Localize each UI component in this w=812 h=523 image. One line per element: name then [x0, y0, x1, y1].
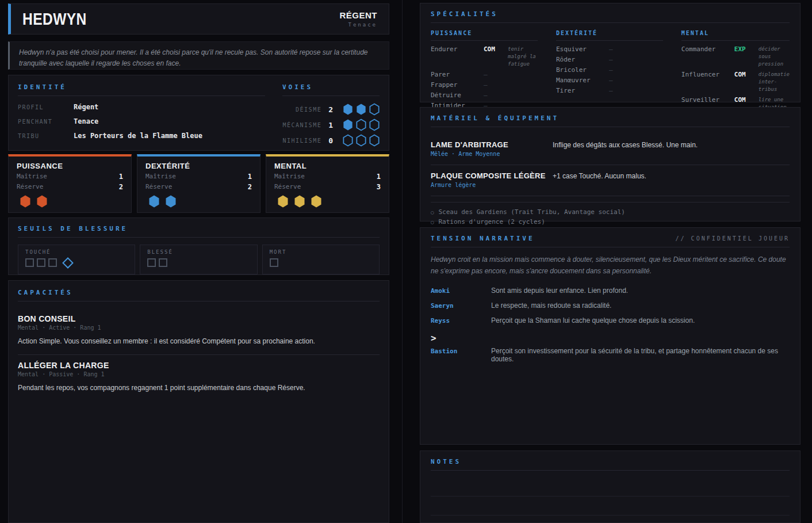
specialty-group-title: MENTAL	[681, 30, 790, 36]
skill-name: Endurer	[431, 45, 484, 53]
header-profile: RÉGENT	[339, 10, 377, 20]
attribute-name: PUISSANCE	[17, 162, 123, 170]
relation-row: Bastion Perçoit son investissement pour …	[431, 347, 790, 363]
capacity-item: ALLÉGER LA CHARGEMental · Passive · Rang…	[18, 354, 380, 401]
attribute-stat-row: Réserve2	[145, 183, 252, 191]
voies-block: VOIES DÉISME2MÉCANISME1NIHILISME0	[282, 83, 380, 142]
equipment-name: LAME D'ARBITRAGE	[431, 140, 553, 149]
divider	[18, 301, 380, 301]
wound-diamond-icon[interactable]	[62, 257, 74, 269]
skill-row: Tirer–	[556, 87, 663, 94]
relation-description: Perçoit son investissement pour la sécur…	[491, 347, 790, 363]
wound-checkbox[interactable]	[147, 258, 156, 267]
attribute-card: MENTALMaîtrise1Réserve3	[266, 154, 389, 213]
voies-title: VOIES	[282, 83, 380, 91]
hexagon-filled-icon[interactable]	[20, 194, 31, 208]
skill-rank: –	[484, 71, 508, 78]
identity-panel: IDENTITÉ PROFILRégentPENCHANTTenaceTRIBU…	[8, 75, 389, 151]
skill-row: Parer–	[431, 71, 538, 78]
relation-name: Bastion	[431, 347, 491, 355]
skill-rank: –	[609, 66, 633, 74]
capacities-title: CAPACITÉS	[18, 289, 380, 296]
skill-rank: –	[484, 81, 508, 89]
tension-intro: Hedwyn croit en la mission mais commence…	[431, 254, 790, 277]
skill-rank: –	[609, 77, 633, 84]
divider	[431, 127, 790, 127]
circle-bullet-icon: ○	[431, 209, 434, 215]
equipment-item: PLAQUE COMPOSITE LÉGÈREArmure légère+1 c…	[431, 165, 790, 196]
hexagon-empty-icon[interactable]	[356, 134, 366, 147]
identity-label: PENCHANT	[18, 117, 74, 125]
wound-checkbox[interactable]	[37, 258, 45, 267]
hexagon-filled-icon[interactable]	[165, 194, 177, 208]
wound-box: MORT	[262, 245, 380, 274]
relation-row: ReyssPerçoit que la Shaman lui cache que…	[431, 316, 790, 325]
hexagon-empty-icon[interactable]	[343, 134, 353, 147]
attribute-stat-label: Maîtrise	[274, 173, 305, 181]
hexagon-filled-icon[interactable]	[36, 194, 48, 208]
divider	[681, 40, 790, 41]
hexagon-filled-icon[interactable]	[148, 194, 160, 208]
character-name: HEDWYN	[22, 9, 87, 29]
wound-track	[25, 258, 128, 267]
capacity-description: Action Simple. Vous conseillez un membre…	[18, 336, 380, 346]
wound-checkbox[interactable]	[48, 258, 57, 267]
identity-title: IDENTITÉ	[18, 83, 265, 91]
identity-value: Tenace	[74, 117, 98, 125]
divider	[18, 237, 380, 238]
hexagon-filled-icon[interactable]	[277, 194, 289, 208]
hexagon-filled-icon[interactable]	[343, 119, 353, 131]
hexagon-empty-icon[interactable]	[369, 134, 380, 147]
hexagon-filled-icon[interactable]	[294, 194, 305, 208]
misc-item: ○Sceau des Gardiens (Trait Tribu, Avanta…	[431, 208, 790, 216]
hexagon-filled-icon[interactable]	[311, 194, 322, 208]
skill-row: Esquiver–	[556, 45, 663, 53]
wound-track	[147, 258, 250, 267]
hexagon-filled-icon[interactable]	[356, 103, 366, 116]
hexagon-empty-icon[interactable]	[369, 103, 380, 116]
wounds-panel: SEUILS DE BLESSURE TOUCHÉBLESSÉMORT	[8, 217, 389, 275]
voie-row: NIHILISME0	[282, 134, 380, 147]
notes-title: NOTES	[431, 458, 790, 465]
confidential-badge: // CONFIDENTIEL JOUEUR	[676, 235, 790, 242]
identity-row: TRIBULes Porteurs de la Flamme Bleue	[18, 132, 265, 140]
attribute-stat-row: Réserve2	[17, 183, 123, 191]
skill-rank: –	[609, 87, 633, 94]
attribute-stat-row: Maîtrise1	[274, 173, 381, 181]
voie-value: 0	[328, 136, 333, 145]
specialty-group-title: PUISSANCE	[431, 30, 538, 36]
relation-row: AmokiSont amis depuis leur enfance. Lien…	[431, 287, 790, 295]
skill-name: Commander	[681, 45, 734, 53]
equipment-name: PLAQUE COMPOSITE LÉGÈRE	[431, 171, 553, 180]
note-ruled-line	[431, 478, 790, 497]
hexagon-empty-icon[interactable]	[356, 119, 366, 131]
attribute-stat-value: 2	[248, 183, 252, 191]
skill-rank: COM	[734, 96, 759, 104]
equipment-item: LAME D'ARBITRAGEMêlée · Arme MoyenneInfl…	[431, 134, 790, 165]
wound-checkbox[interactable]	[159, 258, 167, 267]
skill-row: EndurerCOMtenir malgré la fatigue	[431, 45, 538, 68]
skill-name: Bricoler	[556, 66, 609, 74]
character-quote: Hedwyn n'a pas été choisi pour mener. Il…	[8, 41, 389, 70]
specialties-panel: SPÉCIALITÉS PUISSANCEEndurerCOMtenir mal…	[420, 3, 800, 102]
attribute-reserve-track	[17, 194, 123, 208]
equipment-tags: Armure légère	[431, 182, 553, 188]
identity-block: IDENTITÉ PROFILRégentPENCHANTTenaceTRIBU…	[18, 83, 265, 142]
identity-row: PROFILRégent	[18, 103, 265, 111]
divider	[431, 40, 538, 41]
skill-row: CommanderEXPdécider sous pression	[681, 45, 790, 68]
attribute-stat-row: Maîtrise1	[17, 173, 123, 181]
attribute-stat-value: 3	[377, 183, 381, 191]
identity-label: PROFIL	[18, 103, 74, 111]
hexagon-filled-icon[interactable]	[343, 103, 353, 116]
wound-checkbox[interactable]	[270, 258, 278, 267]
skill-rank: COM	[734, 71, 759, 78]
tension-header: TENSION NARRATIVE // CONFIDENTIEL JOUEUR	[431, 235, 790, 242]
equipment-item-header: LAME D'ARBITRAGEMêlée · Arme Moyenne	[431, 140, 553, 157]
wound-label: MORT	[270, 249, 372, 255]
wound-checkbox[interactable]	[25, 258, 34, 267]
skill-name: Détruire	[431, 91, 484, 99]
hexagon-empty-icon[interactable]	[369, 119, 380, 131]
circle-bullet-icon: ○	[431, 219, 434, 225]
divider	[431, 202, 790, 203]
